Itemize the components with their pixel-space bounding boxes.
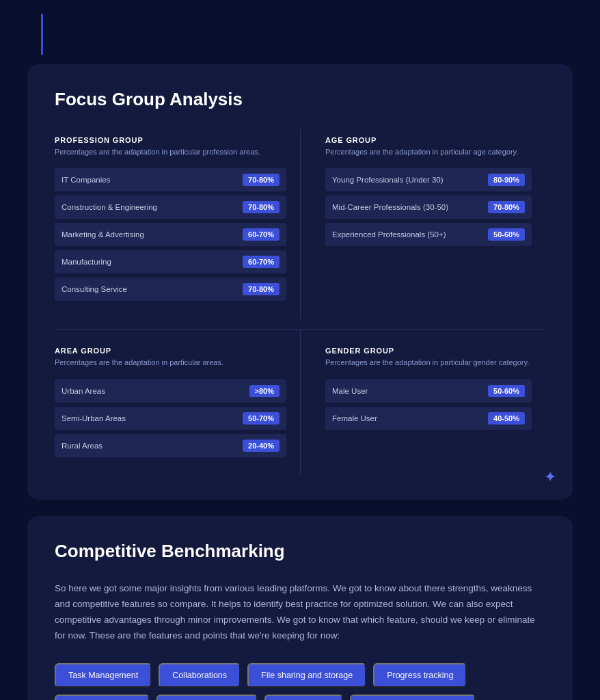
bar-badge: 60-70% [243, 228, 279, 241]
bar-row: Urban Areas >80% [55, 379, 286, 403]
bar-label: Marketing & Advertising [62, 230, 243, 239]
bar-row: Experienced Professionals (50+) 50-60% [325, 223, 532, 246]
bar-row: Consulting Service 70-80% [55, 278, 286, 301]
bar-badge: 50-60% [488, 228, 525, 241]
bar-badge: 70-80% [243, 201, 279, 213]
benchmarking-description: So here we got some major insights from … [55, 581, 545, 644]
bar-badge: 70-80% [243, 283, 279, 295]
bar-badge: 20-40% [243, 440, 279, 452]
bar-label: Manufacturing [62, 258, 243, 266]
bar-row: Young Professionals (Under 30) 80-90% [325, 168, 532, 191]
tag-task-management[interactable]: Task Management [55, 663, 152, 688]
bar-row: Semi-Urban Areas 50-70% [55, 407, 286, 430]
bar-label: Construction & Engineering [62, 203, 243, 211]
bar-row: Manufacturing 60-70% [55, 250, 286, 273]
bar-badge: 40-50% [488, 412, 525, 425]
bar-label: Mid-Career Professionals (30-50) [332, 203, 488, 211]
bar-row: Marketing & Advertising 60-70% [55, 223, 286, 246]
age-desc: Percentages are the adaptation in partic… [325, 147, 532, 157]
focus-group-title: Focus Group Analysis [55, 89, 545, 110]
tag-progress-tracking[interactable]: Progress tracking [373, 663, 467, 688]
tag-collaborations[interactable]: Collaborations [159, 663, 241, 688]
star-decoration-icon: ✦ [544, 468, 556, 486]
age-label: AGE GROUP [325, 136, 532, 144]
bar-label: Male User [332, 387, 488, 395]
bar-row: Rural Areas 20-40% [55, 434, 286, 457]
age-quadrant: AGE GROUP Percentages are the adaptation… [300, 129, 545, 319]
gender-desc: Percentages are the adaptation in partic… [325, 358, 532, 368]
bar-label: Urban Areas [62, 387, 249, 395]
bar-badge: 50-60% [488, 385, 525, 397]
bar-row: IT Companies 70-80% [55, 168, 286, 191]
profession-label: PROFESSION GROUP [55, 136, 286, 144]
bar-label: Consulting Service [62, 285, 243, 293]
tag-report-analysis[interactable]: Report & Analysis [55, 695, 150, 700]
bar-label: Experienced Professionals (50+) [332, 230, 488, 239]
profession-desc: Percentages are the adaptation in partic… [55, 147, 286, 157]
bar-label: Young Professionals (Under 30) [332, 176, 488, 184]
profession-quadrant: PROFESSION GROUP Percentages are the ada… [55, 129, 300, 319]
focus-group-card: Focus Group Analysis PROFESSION GROUP Pe… [27, 64, 573, 500]
bar-label: IT Companies [62, 176, 243, 184]
tag-file-sharing[interactable]: File sharing and storage [247, 663, 366, 688]
tags-container: Task Management Collaborations File shar… [55, 663, 545, 700]
bar-label: Semi-Urban Areas [62, 414, 243, 422]
bar-badge: 50-70% [243, 412, 279, 425]
gender-label: GENDER GROUP [325, 347, 532, 355]
bar-badge: >80% [249, 385, 279, 397]
tag-notification-alerts[interactable]: Notification & Alerts [156, 695, 258, 700]
benchmarking-title: Competitive Benchmarking [55, 541, 545, 562]
top-decorative-line [41, 14, 43, 55]
bar-badge: 80-90% [488, 174, 525, 186]
bar-row: Mid-Career Professionals (30-50) 70-80% [325, 196, 532, 219]
bar-row: Male User 50-60% [325, 379, 532, 403]
area-desc: Percentages are the adaptation in partic… [55, 358, 286, 368]
area-label: AREA GROUP [55, 347, 286, 355]
bar-row: Construction & Engineering 70-80% [55, 196, 286, 219]
bar-badge: 70-80% [488, 201, 525, 213]
bar-badge: 70-80% [243, 174, 279, 186]
bar-label: Female User [332, 414, 488, 422]
bar-row: Female User 40-50% [325, 407, 532, 430]
benchmarking-card: Competitive Benchmarking So here we got … [27, 516, 573, 700]
gender-quadrant: GENDER GROUP Percentages are the adaptat… [300, 329, 545, 474]
focus-grid: PROFESSION GROUP Percentages are the ada… [55, 129, 545, 475]
bar-badge: 60-70% [243, 256, 279, 268]
tag-activity-history[interactable]: Activity or History tracking [350, 695, 476, 700]
bar-label: Rural Areas [62, 442, 243, 450]
area-quadrant: AREA GROUP Percentages are the adaptatio… [55, 329, 300, 474]
tag-client-access[interactable]: Client Access [264, 695, 343, 700]
